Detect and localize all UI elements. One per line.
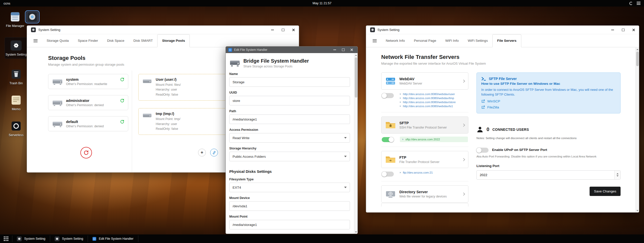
tab-wifi-info[interactable]: WiFi Info xyxy=(441,34,463,47)
pool-card-system[interactable]: system Other's Permission: readwrite xyxy=(48,74,128,89)
desktop-icon-serverless[interactable]: Serverless xyxy=(4,120,28,137)
scroll-down-arrow[interactable] xyxy=(354,230,358,234)
desktop-icon-system-setting[interactable]: System Setting xyxy=(5,37,28,59)
upnp-toggle[interactable] xyxy=(476,148,489,153)
system-menu-icon[interactable] xyxy=(637,2,640,5)
chevron-right-icon xyxy=(462,192,465,196)
sftp-link[interactable]: sftp://dev.arozos.com:2022 xyxy=(405,138,440,141)
path-input[interactable] xyxy=(229,114,350,124)
service-card-sftp[interactable]: SFTP SSH File Transfer Protocol Server xyxy=(381,116,468,134)
menu-icon[interactable] xyxy=(29,34,42,47)
handler-title: Bridge File System Handler xyxy=(243,58,309,64)
mount-name: User (user:/) xyxy=(156,77,181,82)
apps-grid-icon xyxy=(4,236,8,241)
tab-space-finder[interactable]: Space Finder xyxy=(73,34,103,47)
mount-device-input[interactable] xyxy=(229,201,350,211)
sftp-help-box: SFTP File Server How to use SFTP File Se… xyxy=(476,72,621,113)
taskbar-item-system-setting-1[interactable]: System Setting xyxy=(12,234,50,243)
webdav-link[interactable]: http://dev.arozos.com:8080/webdav/ls1 xyxy=(403,105,453,108)
maximize-button[interactable] xyxy=(618,26,628,34)
desktop-icon-label: File Manager xyxy=(6,24,24,28)
app-launcher-button[interactable] xyxy=(0,234,12,243)
refresh-pools-button[interactable] xyxy=(80,147,92,158)
scrollbar-thumb[interactable] xyxy=(355,57,357,98)
tab-network-info[interactable]: Network Info xyxy=(381,34,409,47)
access-permission-select[interactable]: Read Write xyxy=(229,133,350,143)
maximize-button[interactable] xyxy=(278,26,288,34)
mount-point-input[interactable] xyxy=(229,220,350,229)
minimize-button[interactable] xyxy=(330,47,339,53)
window-scrollbar[interactable] xyxy=(635,48,639,212)
window-title: Edit File System Handler xyxy=(234,48,267,52)
uuid-input[interactable] xyxy=(229,96,350,105)
service-card-directory-server[interactable]: Directory Server Web file viewer for leg… xyxy=(381,185,468,202)
scroll-down-arrow[interactable] xyxy=(636,209,639,212)
window-scrollbar[interactable] xyxy=(354,53,358,234)
add-mount-button[interactable]: + xyxy=(198,149,206,156)
desktop-icon-file-manager[interactable]: File Manager xyxy=(4,11,26,28)
taskbar-item-edit-fsh[interactable]: Edit File System Handler xyxy=(88,234,138,243)
sync-icon[interactable] xyxy=(120,119,124,124)
maximize-button[interactable] xyxy=(339,47,347,53)
pool-card-default[interactable]: default Other's Permission: denied xyxy=(48,116,128,131)
connected-users-label: CONNECTED USERS xyxy=(492,128,529,132)
bridge-handler-icon xyxy=(229,59,240,68)
webdav-toggle[interactable] xyxy=(382,93,394,98)
tab-personal-page[interactable]: Personal Page xyxy=(409,34,441,47)
gear-icon xyxy=(31,27,36,32)
scroll-up-arrow[interactable] xyxy=(354,53,358,57)
minimize-button[interactable] xyxy=(267,26,278,34)
tab-storage-pools[interactable]: Storage Pools xyxy=(157,34,190,47)
save-changes-button[interactable]: Save Changes xyxy=(590,187,621,196)
close-button[interactable] xyxy=(628,26,639,34)
divider xyxy=(381,181,468,181)
webdav-link[interactable]: http://dev.arozos.com:8080/webdav/store xyxy=(403,101,456,104)
number-stepper[interactable] xyxy=(614,171,620,179)
service-card-webdav[interactable]: WebDAV WebDAV Server xyxy=(381,72,468,90)
ftp-toggle[interactable] xyxy=(382,172,394,177)
scroll-up-arrow[interactable] xyxy=(636,48,639,51)
webdav-link[interactable]: http://dev.arozos.com:8080/webdav/tmp xyxy=(403,97,454,100)
edit-app-icon xyxy=(228,48,232,52)
serverless-icon xyxy=(10,120,23,132)
link-mount-button[interactable] xyxy=(210,149,218,156)
client-link-winscp[interactable]: WinSCP xyxy=(487,99,500,103)
tab-wifi-settings[interactable]: WiFi Settings xyxy=(463,34,493,47)
name-input[interactable] xyxy=(229,77,350,87)
menu-icon[interactable] xyxy=(368,34,381,47)
sync-icon[interactable] xyxy=(120,77,124,82)
listening-port-input[interactable] xyxy=(476,170,621,180)
webdav-link[interactable]: http://dev.arozos.com:8080/webdav/user xyxy=(403,93,455,96)
window-titlebar[interactable]: Edit File System Handler xyxy=(226,47,358,53)
tab-file-servers[interactable]: File Servers xyxy=(492,34,521,47)
desktop-icon-trash-bin[interactable]: Trash Bin xyxy=(6,68,27,86)
tab-disk-smart[interactable]: Disk SMART xyxy=(129,34,157,47)
window-titlebar[interactable]: System Setting xyxy=(366,26,639,34)
minimize-button[interactable] xyxy=(607,26,618,34)
desktop-icon-app[interactable] xyxy=(25,11,40,23)
storage-hierarchy-select[interactable]: Public Access Folders xyxy=(229,152,350,161)
user-icon xyxy=(476,126,484,133)
ftp-link[interactable]: ftp://dev.arozos.com:21 xyxy=(403,171,433,174)
service-card-ftp[interactable]: FTP File Transfer Protocol Server xyxy=(381,151,468,168)
scrollbar-thumb[interactable] xyxy=(636,52,639,66)
sync-icon[interactable] xyxy=(120,98,124,103)
chevron-right-icon xyxy=(462,79,465,83)
sftp-toggle[interactable] xyxy=(382,137,394,142)
bullet-icon xyxy=(400,93,401,95)
tab-disk-space[interactable]: Disk Space xyxy=(103,34,129,47)
close-button[interactable] xyxy=(347,47,356,53)
close-button[interactable] xyxy=(288,26,299,34)
pool-card-administrator[interactable]: administrator Other's Permission: denied xyxy=(48,95,128,110)
client-link-filezilla[interactable]: FileZilla xyxy=(487,105,499,109)
desktop-icon-memo[interactable]: Memo xyxy=(6,94,27,111)
taskbar-item-system-setting-2[interactable]: System Setting xyxy=(50,234,88,243)
pool-name: administrator xyxy=(66,99,104,103)
ftp-links: ftp://dev.arozos.com:21 xyxy=(400,171,433,174)
filesystem-type-select[interactable]: EXT4 xyxy=(229,183,350,192)
window-titlebar[interactable]: System Setting xyxy=(27,26,299,34)
tab-storage-quota[interactable]: Storage Quota xyxy=(42,34,73,47)
connected-users-count: 0 xyxy=(487,127,489,132)
service-desc: SSH File Transfer Protocol Server xyxy=(399,126,447,129)
chevron-right-icon xyxy=(462,124,465,127)
